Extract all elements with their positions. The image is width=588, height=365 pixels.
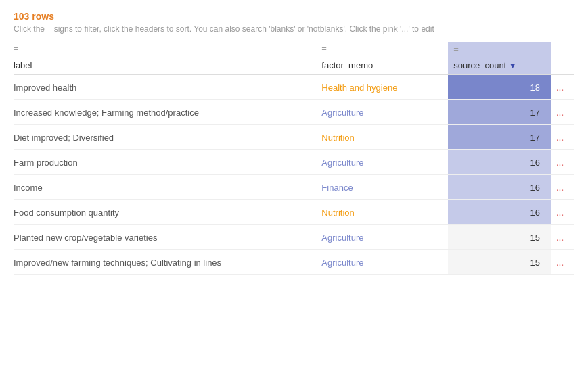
table-header: label factor_memo source_count ▼ [14, 56, 574, 75]
table-row: Increased knowledge; Farming method/prac… [14, 100, 574, 125]
filter-label-btn[interactable]: = [14, 43, 19, 53]
table-row: Planted new crop/vegetable varietiesAgri… [14, 225, 574, 250]
sort-arrow-icon: ▼ [509, 62, 516, 70]
cell-factor: Nutrition [321, 125, 448, 150]
cell-count: 17 [448, 125, 551, 150]
cell-factor: Health and hygiene [321, 75, 448, 100]
edit-dots-button[interactable]: ... [551, 175, 574, 200]
cell-count: 15 [448, 225, 551, 250]
cell-factor: Nutrition [321, 200, 448, 225]
cell-factor: Agriculture [321, 100, 448, 125]
cell-count: 16 [448, 150, 551, 175]
table-row: Improved healthHealth and hygiene18... [14, 75, 574, 100]
cell-label: Improved health [14, 75, 321, 100]
cell-label: Farm production [14, 150, 321, 175]
cell-label: Income [14, 175, 321, 200]
source-count-label: source_count [453, 60, 506, 70]
edit-dots-button[interactable]: ... [551, 250, 574, 275]
cell-label: Improved/new farming techniques; Cultiva… [14, 250, 321, 275]
cell-label: Planted new crop/vegetable varieties [14, 225, 321, 250]
cell-factor: Agriculture [321, 225, 448, 250]
col-header-source[interactable]: source_count ▼ [448, 56, 551, 75]
filter-factor-btn[interactable]: = [321, 43, 327, 53]
cell-count: 17 [448, 100, 551, 125]
cell-count: 16 [448, 200, 551, 225]
edit-dots-button[interactable]: ... [551, 225, 574, 250]
table-row: Improved/new farming techniques; Cultiva… [14, 250, 574, 275]
edit-dots-button[interactable]: ... [551, 100, 574, 125]
cell-factor: Agriculture [321, 250, 448, 275]
cell-count: 18 [448, 75, 551, 100]
edit-dots-button[interactable]: ... [551, 125, 574, 150]
table-row: IncomeFinance16... [14, 175, 574, 200]
filter-source-btn[interactable]: = [453, 44, 459, 54]
cell-count: 16 [448, 175, 551, 200]
col-header-actions [551, 56, 574, 75]
edit-dots-button[interactable]: ... [551, 200, 574, 225]
cell-count: 15 [448, 250, 551, 275]
cell-label: Food consumption quantity [14, 200, 321, 225]
hint-text: Click the = signs to filter, click the h… [14, 24, 574, 34]
table-row: Farm productionAgriculture16... [14, 150, 574, 175]
table-row: Food consumption quantityNutrition16... [14, 200, 574, 225]
col-header-factor[interactable]: factor_memo [321, 56, 448, 75]
table-row: Diet improved; DiversifiedNutrition17... [14, 125, 574, 150]
row-count: 103 rows [14, 11, 574, 22]
col-header-label[interactable]: label [14, 56, 321, 75]
filter-row: = = = [14, 42, 574, 56]
cell-label: Increased knowledge; Farming method/prac… [14, 100, 321, 125]
cell-factor: Finance [321, 175, 448, 200]
edit-dots-button[interactable]: ... [551, 150, 574, 175]
edit-dots-button[interactable]: ... [551, 75, 574, 100]
cell-factor: Agriculture [321, 150, 448, 175]
cell-label: Diet improved; Diversified [14, 125, 321, 150]
